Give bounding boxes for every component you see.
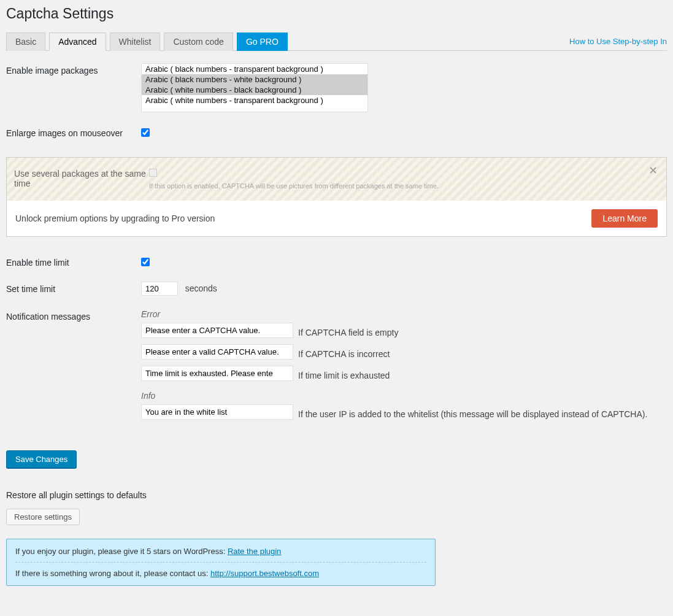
notif-info-label: Info bbox=[141, 391, 667, 401]
label-enlarge-images: Enlarge images on mouseover bbox=[6, 126, 141, 138]
desc-info-whitelist: If the user IP is added to the whitelist… bbox=[298, 409, 647, 419]
image-package-option[interactable]: Arabic ( white numbers - black backgroun… bbox=[142, 85, 367, 95]
page-title: Captcha Settings bbox=[6, 0, 667, 25]
image-package-option[interactable]: Arabic ( black numbers - transparent bac… bbox=[142, 64, 367, 74]
learn-more-button[interactable]: Learn More bbox=[591, 209, 658, 228]
label-notification-messages: Notification messages bbox=[6, 309, 141, 321]
label-use-several-packages: Use several packages at the same time bbox=[14, 166, 149, 188]
input-error-incorrect[interactable] bbox=[141, 344, 293, 360]
row-enable-image-packages: Enable image packages Arabic ( black num… bbox=[6, 63, 667, 112]
tab-basic[interactable]: Basic bbox=[6, 33, 45, 51]
notice-box: If you enjoy our plugin, please give it … bbox=[6, 539, 436, 586]
notice-bottom-text: If there is something wrong about it, pl… bbox=[15, 569, 210, 578]
close-icon[interactable]: ✕ bbox=[648, 165, 658, 176]
row-enable-time-limit: Enable time limit bbox=[6, 255, 667, 268]
input-info-whitelist[interactable] bbox=[141, 404, 293, 420]
row-set-time-limit: Set time limit seconds bbox=[6, 282, 667, 296]
desc-error-incorrect: If CAPTCHA is incorrect bbox=[298, 349, 390, 359]
restore-button[interactable]: Restore settings bbox=[6, 509, 80, 525]
label-enable-time-limit: Enable time limit bbox=[6, 255, 141, 268]
tabs-row: Basic Advanced Whitelist Custom code Go … bbox=[6, 32, 667, 51]
help-link[interactable]: How to Use Step-by-step In bbox=[569, 37, 667, 46]
input-time-limit[interactable] bbox=[141, 282, 178, 296]
notif-error-label: Error bbox=[141, 309, 667, 319]
seconds-label: seconds bbox=[185, 283, 217, 293]
tabs: Basic Advanced Whitelist Custom code Go … bbox=[6, 32, 288, 50]
restore-section: Restore all plugin settings to defaults … bbox=[6, 490, 667, 525]
checkbox-enable-time-limit[interactable] bbox=[141, 258, 150, 266]
input-error-empty[interactable] bbox=[141, 323, 293, 338]
premium-box: ✕ Use several packages at the same time … bbox=[6, 157, 667, 237]
row-enlarge-images: Enlarge images on mouseover bbox=[6, 126, 667, 139]
checkbox-enlarge-images[interactable] bbox=[141, 128, 150, 137]
desc-error-empty: If CAPTCHA field is empty bbox=[298, 328, 398, 337]
support-link[interactable]: http://support.bestwebsoft.com bbox=[210, 569, 319, 578]
unlock-row: Unlock premium options by upgrading to P… bbox=[7, 201, 666, 236]
row-notification-messages: Notification messages Error If CAPTCHA f… bbox=[6, 309, 667, 426]
label-set-time-limit: Set time limit bbox=[6, 282, 141, 294]
input-error-timelimit[interactable] bbox=[141, 366, 293, 381]
image-package-option[interactable]: Arabic ( white numbers - transparent bac… bbox=[142, 95, 367, 106]
notice-top-text: If you enjoy our plugin, please give it … bbox=[15, 547, 228, 556]
restore-label: Restore all plugin settings to defaults bbox=[6, 490, 667, 500]
premium-disabled-area: ✕ Use several packages at the same time … bbox=[7, 158, 666, 201]
select-image-packages[interactable]: Arabic ( black numbers - transparent bac… bbox=[141, 63, 368, 112]
desc-error-timelimit: If time limit is exhausted bbox=[298, 371, 390, 380]
checkbox-use-several-packages-disabled bbox=[149, 169, 157, 177]
save-button[interactable]: Save Changes bbox=[6, 450, 77, 468]
label-enable-image-packages: Enable image packages bbox=[6, 63, 141, 75]
tab-go-pro[interactable]: Go PRO bbox=[237, 33, 288, 51]
tab-advanced[interactable]: Advanced bbox=[49, 33, 106, 51]
unlock-text: Unlock premium options by upgrading to P… bbox=[15, 214, 215, 223]
tab-custom-code[interactable]: Custom code bbox=[164, 33, 233, 51]
rate-plugin-link[interactable]: Rate the plugin bbox=[228, 547, 281, 556]
image-package-option[interactable]: Arabic ( black numbers - white backgroun… bbox=[142, 74, 367, 85]
use-several-description: If this option is enabled, CAPTCHA will … bbox=[149, 182, 659, 190]
tab-whitelist[interactable]: Whitelist bbox=[110, 33, 161, 51]
